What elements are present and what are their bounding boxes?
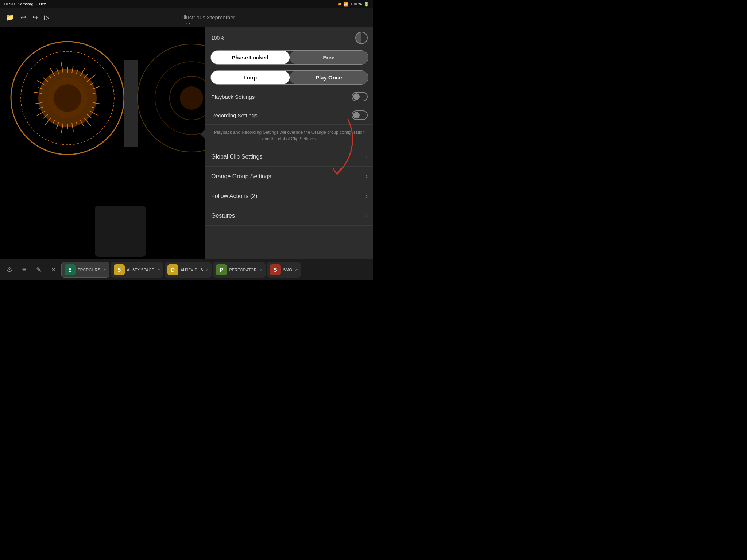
play-once-button[interactable]: Play Once [290,71,368,84]
global-clip-settings-label: Global Clip Settings [211,153,365,160]
phase-locked-free-control[interactable]: Phase Locked Free [210,50,368,65]
follow-actions-label: Follow Actions (2) [211,193,365,199]
plugin-icon-smo: S [270,264,281,275]
plugin-expand-trcrchrs[interactable]: ↗ [102,267,106,272]
chevron-right-icon: › [365,153,368,160]
plugin-icon-perforator: P [216,264,227,275]
redo-icon[interactable]: ↪ [32,13,38,22]
svg-point-44 [180,86,203,110]
folder-icon[interactable]: 📁 [6,13,14,22]
plugin-au3fx-dub[interactable]: D AU3FX:DUB ↗ [165,262,212,278]
free-button[interactable]: Free [290,51,368,64]
status-bar: 01:20 Samstag 3. Dez. 📶 100 % 🔋 [0,0,374,8]
clip-slot-empty [95,206,146,257]
mixer-icon[interactable]: ⚙ [3,263,16,276]
toolbar-left: 📁 ↩ ↪ ▷ [6,13,50,22]
bottom-bar: ⚙ ≡ ✎ ✕ E TRCRCHRS ↗ S AU3FX:SPACE ↗ D A… [0,259,374,280]
plugin-trcrchrs[interactable]: E TRCRCHRS ↗ [61,262,109,278]
playback-settings-label: Playback Settings [211,94,352,100]
status-date: Samstag 3. Dez. [18,2,47,6]
panel-arrow [200,129,205,139]
global-clip-settings-item[interactable]: Global Clip Settings › [205,147,374,167]
brightness-toggle[interactable] [355,32,368,44]
plugin-name-perforator: PERFORATOR [229,268,256,272]
toolbar-title: Illustrious Stepmother [50,14,368,20]
close-icon[interactable]: ✕ [47,263,60,276]
plugin-expand-au3fx-space[interactable]: ↗ [156,267,160,272]
plugin-smo[interactable]: S SMO ↗ [267,262,301,278]
gestures-item[interactable]: Gestures › [205,206,374,226]
wifi-icon: 📶 [343,2,348,7]
play-icon[interactable]: ▷ [44,13,50,22]
plugin-au3fx-space[interactable]: S AU3FX:SPACE ↗ [111,262,163,278]
chevron-right-icon-2: › [365,172,368,180]
recording-settings-toggle[interactable] [352,110,368,120]
orange-group-settings-label: Orange Group Settings [211,173,365,180]
percent-display: 100% [211,35,224,41]
recording-settings-row: Recording Settings [205,106,374,125]
plugin-expand-smo[interactable]: ↗ [294,267,298,272]
loop-play-once-control[interactable]: Loop Play Once [210,70,368,85]
plugin-icon-au3fx-dub: D [167,264,178,275]
battery-indicator [338,3,341,5]
battery-icon: 🔋 [364,2,369,7]
plugin-name-au3fx-space: AU3FX:SPACE [127,268,154,272]
plugin-expand-au3fx-dub[interactable]: ↗ [205,267,209,272]
plugin-perforator[interactable]: P PERFORATOR ↗ [213,262,265,278]
undo-icon[interactable]: ↩ [20,13,26,22]
chevron-right-icon-3: › [365,192,368,200]
plugin-icon-trcrchrs: E [65,264,76,275]
list-icon[interactable]: ≡ [18,263,31,276]
chevron-right-icon-4: › [365,212,368,219]
settings-panel: ▷ ⬇ ⬆ 100% Phase Locked Free Loop Play O… [205,9,374,259]
svg-point-3 [54,84,81,112]
phase-locked-button[interactable]: Phase Locked [211,51,290,64]
battery-percent: 100 % [351,2,362,6]
gestures-label: Gestures [211,213,365,219]
recording-settings-label: Recording Settings [211,112,352,118]
playback-settings-toggle[interactable] [352,92,368,101]
playback-settings-row: Playback Settings [205,88,374,106]
large-circle [7,38,128,158]
status-right: 📶 100 % 🔋 [338,2,369,7]
more-options[interactable]: ··· [182,19,191,27]
status-time: 01:20 [4,2,15,6]
toolbar: 📁 ↩ ↪ ▷ Illustrious Stepmother ··· [0,8,374,27]
plugin-name-au3fx-dub: AU3FX:DUB [181,268,203,272]
follow-actions-item[interactable]: Follow Actions (2) › [205,186,374,206]
info-text: Playback and Recording Settings will ove… [205,125,374,147]
plugin-name-smo: SMO [283,268,292,272]
edit-icon[interactable]: ✎ [32,263,45,276]
loop-button[interactable]: Loop [211,71,290,84]
plugin-icon-au3fx-space: S [114,264,125,275]
plugin-expand-perforator[interactable]: ↗ [259,267,263,272]
plugin-name-trcrchrs: TRCRCHRS [78,268,100,272]
orange-group-settings-item[interactable]: Orange Group Settings › [205,167,374,186]
